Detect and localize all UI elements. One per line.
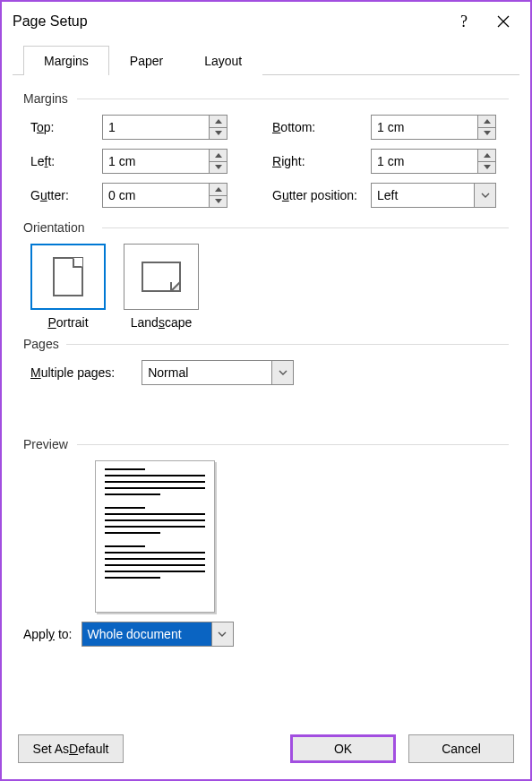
caret-down-icon	[215, 199, 222, 203]
right-label: Right:	[272, 154, 371, 168]
caret-down-icon	[215, 131, 222, 135]
top-label: Top:	[30, 120, 102, 134]
tab-content: Margins Top: Bottom: Left: Right:	[2, 75, 530, 722]
titlebar: Page Setup ?	[2, 2, 530, 41]
right-down[interactable]	[478, 162, 495, 174]
gutter-position-label: Gutter position:	[272, 188, 371, 202]
caret-down-icon	[484, 165, 491, 169]
svg-marker-12	[215, 199, 222, 203]
gutter-input[interactable]	[103, 184, 209, 207]
bottom-up[interactable]	[478, 116, 495, 128]
svg-marker-11	[215, 187, 222, 192]
left-input[interactable]	[103, 150, 209, 173]
chevron-down-icon	[481, 193, 490, 198]
svg-marker-6	[484, 131, 491, 135]
close-icon	[497, 15, 510, 28]
bottom-input[interactable]	[372, 116, 477, 139]
right-input[interactable]	[372, 150, 477, 173]
gutter-position-arrow[interactable]	[474, 184, 495, 207]
landscape-box[interactable]	[124, 244, 199, 310]
gutter-down[interactable]	[210, 196, 227, 208]
group-orientation-label: Orientation	[23, 220, 509, 235]
chevron-down-icon	[218, 631, 227, 637]
svg-marker-4	[215, 131, 222, 135]
gutter-up[interactable]	[210, 184, 227, 196]
caret-up-icon	[484, 119, 491, 124]
svg-rect-13	[54, 258, 82, 296]
bottom-label: Bottom:	[272, 120, 371, 134]
svg-marker-9	[484, 153, 491, 158]
group-preview-label: Preview	[23, 437, 509, 451]
top-up[interactable]	[210, 116, 227, 128]
svg-text:?: ?	[460, 13, 468, 30]
caret-up-icon	[215, 153, 222, 158]
left-label: Left:	[30, 154, 102, 168]
svg-marker-7	[215, 153, 222, 158]
top-spinner[interactable]	[102, 115, 227, 140]
left-spinner[interactable]	[102, 149, 227, 174]
orientation-landscape[interactable]: Landscape	[124, 244, 199, 330]
apply-to-label: Apply to:	[23, 627, 73, 641]
apply-to-combo[interactable]: Whole document	[82, 622, 234, 647]
tab-paper[interactable]: Paper	[109, 46, 184, 75]
landscape-label: Landscape	[124, 315, 199, 330]
portrait-icon	[53, 257, 83, 296]
caret-up-icon	[215, 119, 222, 124]
apply-to-value: Whole document	[82, 622, 211, 646]
right-up[interactable]	[478, 150, 495, 162]
apply-to-row: Apply to: Whole document	[23, 622, 509, 647]
svg-marker-5	[484, 119, 491, 124]
pages-row: Multiple pages: Normal	[30, 360, 509, 385]
set-as-default-button[interactable]: Set As Default	[18, 734, 124, 763]
tab-margins[interactable]: Margins	[23, 46, 109, 75]
multiple-pages-label: Multiple pages:	[30, 365, 115, 380]
top-down[interactable]	[210, 128, 227, 140]
multiple-pages-arrow[interactable]	[271, 361, 293, 384]
orientation-row: Portrait Landscape	[30, 244, 509, 330]
multiple-pages-combo[interactable]: Normal	[142, 360, 294, 385]
svg-marker-8	[215, 165, 222, 169]
caret-down-icon	[484, 131, 491, 135]
gutter-position-value: Left	[372, 184, 474, 207]
group-margins-label: Margins	[23, 91, 509, 106]
help-button[interactable]: ?	[444, 9, 484, 34]
gutter-position-combo[interactable]: Left	[371, 183, 496, 208]
page-setup-dialog: Page Setup ? Margins Paper Layout Margin…	[0, 0, 532, 781]
caret-up-icon	[215, 187, 222, 192]
chevron-down-icon	[279, 370, 287, 375]
dialog-title: Page Setup	[13, 13, 444, 30]
right-spinner[interactable]	[371, 149, 496, 174]
svg-marker-10	[484, 165, 491, 169]
preview-page	[95, 460, 215, 613]
close-button[interactable]	[484, 9, 523, 34]
caret-down-icon	[215, 165, 222, 169]
left-down[interactable]	[210, 162, 227, 174]
landscape-icon	[142, 262, 181, 292]
cancel-button[interactable]: Cancel	[408, 734, 514, 763]
tab-bar: Margins Paper Layout	[13, 45, 519, 75]
margins-grid: Top: Bottom: Left: Right:	[30, 115, 509, 208]
portrait-box[interactable]	[30, 244, 106, 310]
help-icon: ?	[458, 13, 470, 30]
svg-marker-3	[215, 119, 222, 124]
ok-button[interactable]: OK	[290, 734, 396, 763]
caret-up-icon	[484, 153, 491, 158]
tab-layout[interactable]: Layout	[184, 46, 262, 75]
orientation-portrait[interactable]: Portrait	[30, 244, 106, 330]
gutter-label: Gutter:	[30, 188, 102, 202]
top-input[interactable]	[103, 116, 209, 139]
apply-to-arrow[interactable]	[211, 622, 233, 646]
button-bar: Set As Default OK Cancel	[2, 722, 530, 779]
left-up[interactable]	[210, 150, 227, 162]
group-pages-label: Pages	[23, 337, 509, 351]
gutter-spinner[interactable]	[102, 183, 227, 208]
bottom-spinner[interactable]	[371, 115, 496, 140]
portrait-label: Portrait	[30, 315, 106, 330]
bottom-down[interactable]	[478, 128, 495, 140]
multiple-pages-value: Normal	[142, 361, 271, 384]
